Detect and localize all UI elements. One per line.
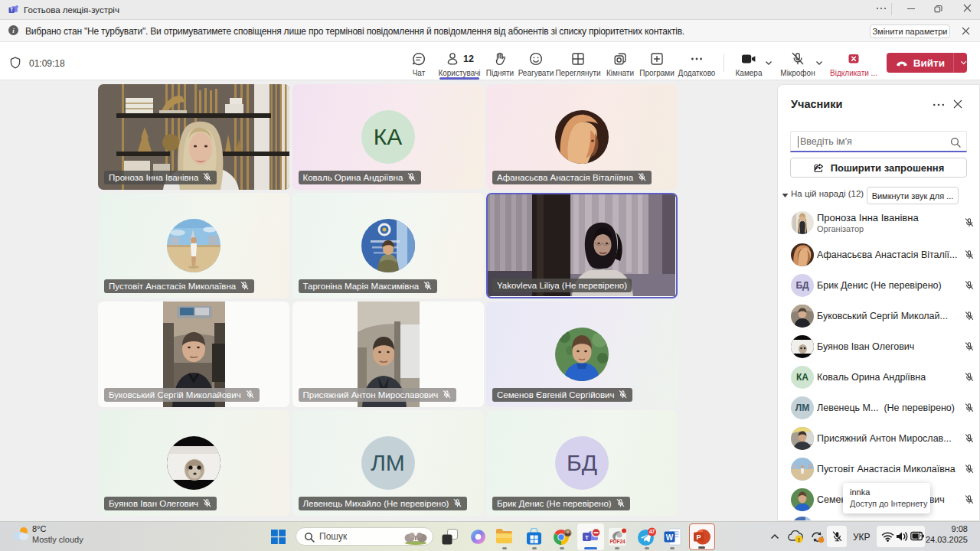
svg-text:T: T [585,534,589,541]
svg-text:T: T [10,7,13,12]
svg-text:W: W [666,533,674,542]
svg-text:PDF24: PDF24 [609,539,626,544]
svg-text:P: P [696,533,701,541]
svg-text:47: 47 [649,529,655,534]
svg-text:!: ! [798,536,800,543]
